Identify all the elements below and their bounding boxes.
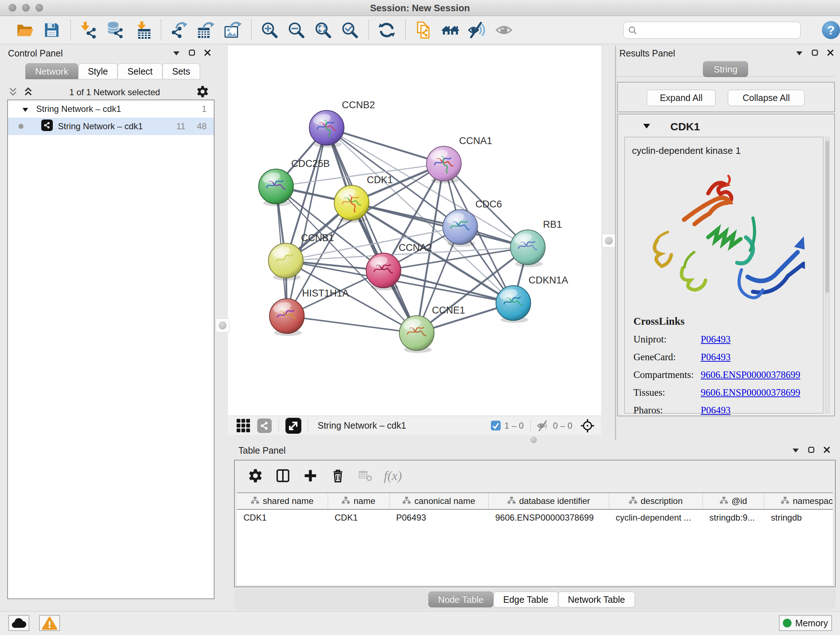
network-node-CCNE1[interactable]: CCNE1 [399, 305, 465, 353]
show-graphics-details-icon[interactable] [493, 19, 515, 41]
import-network-database-icon[interactable] [105, 19, 126, 41]
table-cell[interactable]: CDK1 [237, 510, 328, 526]
tab-network-table[interactable]: Network Table [558, 592, 635, 608]
network-node-RB1[interactable]: RB1 [510, 219, 562, 267]
tab-network[interactable]: Network [25, 63, 78, 79]
refresh-icon[interactable] [376, 19, 397, 41]
close-panel-icon[interactable] [827, 50, 834, 57]
hide-selected-icon[interactable] [467, 19, 488, 41]
network-view-share-icon[interactable] [255, 418, 274, 434]
column-header--id[interactable]: @id [703, 493, 764, 509]
left-splitter-handle[interactable] [216, 318, 229, 333]
import-network-file-icon[interactable] [78, 19, 99, 41]
table-cell[interactable]: CDK1 [328, 510, 390, 526]
tab-sets[interactable]: Sets [163, 63, 200, 79]
export-network-icon[interactable] [169, 19, 189, 41]
network-node-CCNA1[interactable]: CCNA1 [426, 135, 493, 184]
zoom-fit-icon[interactable] [313, 19, 333, 41]
network-edge[interactable] [327, 128, 444, 164]
expand-all-button[interactable]: Expand All [647, 90, 715, 106]
gene-expand-icon[interactable] [643, 124, 650, 130]
network-node-CDC25B[interactable]: CDC25B [259, 158, 330, 206]
table-row[interactable]: CDK1CDK1P064939606.ENSP00000378699cyclin… [237, 510, 833, 526]
column-header-description[interactable]: description [609, 493, 703, 509]
network-row[interactable]: String Network – cdk1 11 48 [8, 118, 214, 135]
float-panel-icon[interactable] [808, 447, 814, 454]
network-collection-row[interactable]: String Network – cdk1 1 [8, 100, 214, 118]
collapse-panel-icon[interactable] [173, 50, 180, 57]
collapse-panel-icon[interactable] [793, 448, 799, 454]
search-input[interactable] [623, 22, 801, 39]
export-table-icon[interactable] [195, 19, 216, 41]
float-panel-icon[interactable] [189, 50, 195, 57]
table-cell[interactable]: stringdb:9... [703, 510, 764, 526]
gene-section-header[interactable]: CDK1 [618, 118, 834, 135]
network-node-CCNB1[interactable]: CCNB1 [268, 233, 334, 280]
import-table-icon[interactable] [132, 19, 153, 41]
zoom-out-icon[interactable] [286, 19, 307, 41]
column-header-namespace[interactable]: namespace [764, 493, 833, 509]
hidden-eye-icon[interactable] [537, 419, 549, 432]
crosslink-link[interactable]: 9606.ENSP00000378699 [701, 387, 800, 398]
bottom-splitter-handle[interactable] [531, 437, 537, 443]
table-cell[interactable]: 9606.ENSP00000378699 [489, 510, 609, 526]
column-header-shared-name[interactable]: shared name [237, 493, 328, 509]
crosslink-link[interactable]: 9606.ENSP00000378699 [701, 369, 800, 380]
tab-edge-table[interactable]: Edge Table [493, 592, 558, 608]
zoom-in-icon[interactable] [259, 19, 280, 41]
cloud-icon[interactable] [8, 615, 29, 631]
memory-button[interactable]: Memory [779, 615, 832, 631]
column-header-database-identifier[interactable]: database identifier [489, 493, 609, 509]
network-options-gear-icon[interactable] [196, 85, 209, 100]
close-panel-icon[interactable] [204, 50, 210, 57]
tab-string[interactable]: String [703, 61, 748, 77]
selected-checkbox-icon[interactable] [491, 421, 501, 431]
results-scrollbar[interactable] [825, 137, 830, 413]
tab-select[interactable]: Select [118, 63, 162, 79]
add-column-icon[interactable] [300, 465, 321, 486]
network-node-CDC6[interactable]: CDC6 [443, 199, 502, 247]
table-cell[interactable]: cyclin-dependent ... [609, 510, 703, 526]
float-panel-icon[interactable] [812, 50, 818, 57]
open-in-window-icon[interactable] [282, 418, 305, 434]
crosshair-icon[interactable] [580, 418, 595, 433]
tab-style[interactable]: Style [78, 63, 118, 79]
expand-all-networks-icon[interactable] [23, 87, 33, 98]
clone-network-icon[interactable] [413, 19, 434, 41]
crosslink-link[interactable]: P06493 [701, 405, 731, 416]
close-window-button[interactable] [9, 4, 16, 11]
column-header-name[interactable]: name [328, 493, 390, 509]
network-node-CDKN1A[interactable]: CDKN1A [496, 275, 568, 323]
minimize-window-button[interactable] [22, 4, 30, 11]
open-session-icon[interactable] [14, 19, 35, 41]
save-session-icon[interactable] [41, 19, 62, 41]
network-node-CDK1[interactable]: CDK1 [334, 174, 393, 223]
network-canvas[interactable]: CCNB2CCNA1CDC25BCDK1CDC6RB1CCNB1CCNA2CDK… [228, 46, 601, 416]
delete-column-icon[interactable] [327, 465, 348, 486]
export-image-icon[interactable] [222, 19, 243, 41]
network-edge[interactable] [287, 316, 417, 333]
table-cell[interactable]: P06493 [390, 510, 489, 526]
collection-expand-icon[interactable] [22, 104, 28, 114]
collapse-all-button[interactable]: Collapse All [728, 90, 805, 106]
collapse-all-networks-icon[interactable] [8, 87, 18, 98]
first-neighbors-icon[interactable] [440, 19, 461, 41]
collapse-panel-icon[interactable] [796, 50, 802, 57]
table-cell[interactable]: stringdb [764, 510, 833, 526]
close-panel-icon[interactable] [824, 447, 830, 454]
clear-table-icon[interactable] [355, 465, 376, 486]
crosslink-link[interactable]: P06493 [701, 334, 731, 345]
warning-icon[interactable] [39, 615, 60, 631]
columns-icon[interactable] [272, 465, 294, 486]
network-node-HIST1H1A[interactable]: HIST1H1A [270, 288, 349, 336]
tab-node-table[interactable]: Node Table [428, 592, 493, 608]
crosslink-link[interactable]: P06493 [701, 352, 731, 363]
gear-icon[interactable] [245, 465, 266, 486]
column-header-canonical-name[interactable]: canonical name [390, 493, 489, 509]
grid-view-icon[interactable] [234, 418, 253, 434]
help-button[interactable]: ? [822, 21, 840, 39]
function-builder-icon[interactable]: f(x) [382, 465, 403, 486]
zoom-window-button[interactable] [35, 4, 43, 11]
zoom-selected-icon[interactable] [339, 19, 360, 41]
network-edge[interactable] [327, 128, 417, 333]
